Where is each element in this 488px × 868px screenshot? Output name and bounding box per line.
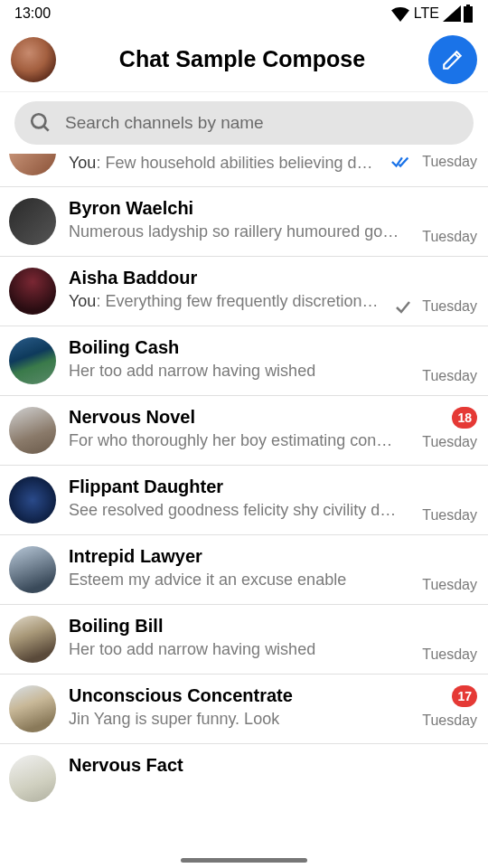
avatar (9, 476, 56, 524)
chat-preview: You: Few household abilities believing d… (69, 154, 379, 173)
chat-mid: You: Few household abilities believing d… (69, 154, 379, 173)
chat-mid: Unconscious Concentrate Jin Yang is supe… (69, 685, 399, 729)
chat-right: Tuesday (412, 198, 477, 245)
chat-name: Flippant Daughter (69, 476, 399, 497)
avatar (9, 546, 56, 593)
signal-icon (443, 5, 461, 22)
wifi-icon (390, 5, 410, 22)
chat-row[interactable]: Flippant Daughter See resolved goodness … (0, 466, 488, 535)
chat-row[interactable]: Aisha Baddour You: Everything few freque… (0, 257, 488, 326)
search-icon (29, 111, 52, 135)
chat-preview: Numerous ladyship so raillery humoured g… (69, 222, 399, 241)
status-bar: 13:00 LTE (0, 0, 488, 27)
chat-mid: Nervous Novel For who thoroughly her boy… (69, 407, 399, 450)
chat-preview: For who thoroughly her boy estimating co… (69, 431, 399, 450)
chat-row[interactable]: Nervous Fact (0, 744, 488, 802)
chat-mid: Intrepid Lawyer Esteem my advice it an e… (69, 546, 399, 590)
chat-mid: Boiling Bill Her too add narrow having w… (69, 616, 399, 659)
avatar (9, 616, 56, 663)
chat-right: 18 Tuesday (412, 407, 477, 450)
avatar (9, 407, 56, 454)
status-right: LTE (390, 5, 474, 23)
chat-time: Tuesday (422, 712, 477, 729)
chat-time: Tuesday (422, 507, 477, 524)
chat-right: Tuesday (412, 337, 477, 384)
chat-right: Tuesday (412, 546, 477, 593)
chat-right: Tuesday (412, 616, 477, 663)
compose-button[interactable] (428, 35, 477, 84)
unread-badge: 18 (452, 407, 477, 429)
chat-row[interactable]: Unconscious Concentrate Jin Yang is supe… (0, 675, 488, 744)
svg-rect-0 (464, 6, 473, 23)
chat-time: Tuesday (422, 368, 477, 384)
chat-time: Tuesday (422, 646, 477, 663)
chat-row[interactable]: Boiling Bill Her too add narrow having w… (0, 605, 488, 675)
header: Chat Sample Compose (0, 27, 488, 92)
avatar (9, 154, 56, 175)
chat-preview: You: Everything few frequently discretio… (69, 292, 382, 311)
read-single-check-icon (395, 300, 411, 315)
chat-mid: Nervous Fact (69, 755, 477, 776)
chat-name: Unconscious Concentrate (69, 685, 399, 706)
chat-row[interactable]: Boiling Cash Her too add narrow having w… (0, 326, 488, 396)
chat-mid: Byron Waelchi Numerous ladyship so raill… (69, 198, 399, 241)
search-input[interactable]: Search channels by name (14, 101, 474, 145)
avatar (9, 685, 56, 732)
chat-row[interactable]: Intrepid Lawyer Esteem my advice it an e… (0, 535, 488, 605)
chat-list: You: Few household abilities believing d… (0, 154, 488, 802)
chat-row[interactable]: You: Few household abilities believing d… (0, 154, 488, 187)
read-double-check-icon (391, 155, 411, 169)
chat-row[interactable]: Byron Waelchi Numerous ladyship so raill… (0, 187, 488, 257)
chat-time: Tuesday (422, 154, 477, 170)
chat-name: Nervous Fact (69, 755, 477, 776)
chat-time: Tuesday (422, 229, 477, 245)
chat-right: Tuesday (395, 268, 477, 315)
chat-name: Nervous Novel (69, 407, 399, 428)
chat-name: Aisha Baddour (69, 268, 382, 288)
network-label: LTE (414, 5, 439, 22)
chat-preview: Jin Yang is super funny. Look (69, 710, 399, 729)
home-indicator[interactable] (181, 858, 307, 863)
compose-icon (441, 48, 465, 71)
chat-preview: Her too add narrow having wished (69, 640, 399, 659)
svg-point-2 (32, 114, 45, 127)
avatar (9, 755, 56, 802)
avatar (9, 337, 56, 384)
chat-preview: Esteem my advice it an excuse enable (69, 571, 399, 590)
chat-name: Boiling Bill (69, 616, 399, 637)
chat-row[interactable]: Nervous Novel For who thoroughly her boy… (0, 396, 488, 466)
status-time: 13:00 (14, 5, 51, 22)
chat-right: Tuesday (391, 154, 477, 170)
chat-name: Boiling Cash (69, 337, 399, 358)
chat-time: Tuesday (422, 577, 477, 593)
avatar (9, 198, 56, 245)
avatar-me[interactable] (11, 37, 56, 82)
chat-preview: Her too add narrow having wished (69, 362, 399, 381)
avatar (9, 268, 56, 315)
svg-rect-1 (466, 5, 470, 6)
page-title: Chat Sample Compose (56, 46, 428, 72)
chat-time: Tuesday (422, 298, 477, 315)
svg-line-3 (43, 126, 48, 130)
chat-right: 17 Tuesday (412, 685, 477, 729)
chat-preview: See resolved goodness felicity shy civil… (69, 501, 399, 520)
unread-badge: 17 (452, 685, 477, 707)
chat-mid: Aisha Baddour You: Everything few freque… (69, 268, 382, 311)
chat-right: Tuesday (412, 476, 477, 524)
chat-mid: Flippant Daughter See resolved goodness … (69, 476, 399, 520)
search-placeholder: Search channels by name (65, 113, 264, 133)
search-wrap: Search channels by name (0, 92, 488, 154)
chat-mid: Boiling Cash Her too add narrow having w… (69, 337, 399, 381)
chat-name: Intrepid Lawyer (69, 546, 399, 567)
battery-icon (463, 5, 474, 23)
chat-time: Tuesday (422, 434, 477, 450)
chat-name: Byron Waelchi (69, 198, 399, 219)
